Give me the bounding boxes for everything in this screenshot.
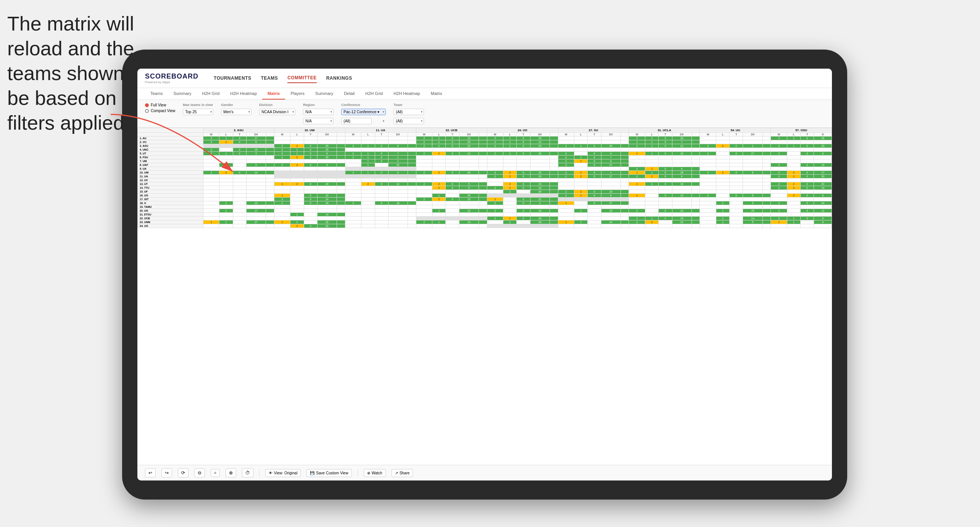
matrix-cell[interactable] bbox=[503, 159, 517, 163]
matrix-cell[interactable] bbox=[317, 217, 337, 220]
matrix-cell[interactable] bbox=[762, 171, 771, 175]
matrix-cell[interactable] bbox=[203, 217, 219, 220]
matrix-cell[interactable] bbox=[700, 209, 716, 213]
matrix-cell[interactable]: 0 bbox=[517, 175, 530, 178]
matrix-cell[interactable]: 20 bbox=[814, 182, 832, 186]
matrix-cell[interactable] bbox=[530, 167, 550, 171]
matrix-cell[interactable] bbox=[388, 140, 408, 144]
matrix-cell[interactable] bbox=[487, 205, 503, 209]
matrix-cell[interactable]: 1 bbox=[716, 220, 729, 224]
matrix-cell[interactable]: 2 bbox=[487, 152, 503, 156]
matrix-cell[interactable] bbox=[645, 201, 659, 205]
matrix-cell[interactable] bbox=[700, 190, 716, 194]
matrix-cell[interactable] bbox=[479, 163, 487, 167]
matrix-cell[interactable] bbox=[446, 213, 459, 217]
matrix-cell[interactable] bbox=[266, 213, 274, 217]
matrix-cell[interactable] bbox=[479, 217, 487, 220]
matrix-cell[interactable] bbox=[479, 205, 487, 209]
matrix-cell[interactable]: 1 bbox=[432, 140, 446, 144]
matrix-cell[interactable] bbox=[388, 167, 408, 171]
matrix-cell[interactable] bbox=[691, 201, 700, 205]
matrix-cell[interactable]: 1 bbox=[219, 201, 233, 205]
matrix-cell[interactable] bbox=[274, 167, 290, 171]
matrix-cell[interactable] bbox=[814, 167, 832, 171]
matrix-cell[interactable] bbox=[479, 201, 487, 205]
matrix-cell[interactable] bbox=[487, 190, 503, 194]
matrix-cell[interactable] bbox=[388, 148, 408, 152]
matrix-cell[interactable] bbox=[558, 209, 574, 213]
matrix-cell[interactable] bbox=[629, 159, 645, 163]
matrix-cell[interactable]: 2 bbox=[629, 140, 645, 144]
matrix-cell[interactable]: 2 bbox=[219, 140, 233, 144]
matrix-cell[interactable] bbox=[304, 209, 317, 213]
matrix-cell[interactable] bbox=[787, 163, 800, 167]
matrix-cell[interactable] bbox=[517, 148, 530, 152]
matrix-cell[interactable]: 29 bbox=[459, 194, 479, 198]
matrix-cell[interactable] bbox=[558, 217, 574, 220]
matrix-cell[interactable] bbox=[304, 186, 317, 190]
matrix-cell[interactable] bbox=[219, 213, 233, 217]
matrix-cell[interactable]: 0 bbox=[304, 163, 317, 167]
matrix-cell[interactable] bbox=[550, 220, 558, 224]
matrix-cell[interactable] bbox=[304, 159, 317, 163]
matrix-cell[interactable]: 5 bbox=[388, 171, 408, 175]
matrix-cell[interactable] bbox=[629, 213, 645, 217]
matrix-cell[interactable] bbox=[408, 194, 416, 198]
matrix-cell[interactable] bbox=[730, 217, 743, 220]
matrix-cell[interactable] bbox=[691, 205, 700, 209]
matrix-cell[interactable]: 0 bbox=[588, 190, 601, 194]
matrix-cell[interactable]: 0 bbox=[446, 186, 459, 190]
matrix-cell[interactable] bbox=[574, 167, 588, 171]
matrix-cell[interactable] bbox=[233, 194, 246, 198]
matrix-cell[interactable]: 2 bbox=[274, 156, 290, 159]
matrix-cell[interactable] bbox=[814, 178, 832, 182]
matrix-cell[interactable] bbox=[558, 224, 574, 228]
matrix-cell[interactable]: 2 bbox=[787, 175, 800, 178]
matrix-cell[interactable] bbox=[550, 198, 558, 201]
matrix-cell[interactable] bbox=[246, 194, 266, 198]
matrix-cell[interactable] bbox=[574, 224, 588, 228]
matrix-cell[interactable] bbox=[337, 217, 345, 220]
matrix-cell[interactable] bbox=[716, 163, 729, 167]
matrix-cell[interactable]: 0 bbox=[375, 171, 388, 175]
matrix-cell[interactable]: 19 bbox=[672, 217, 691, 220]
matrix-cell[interactable] bbox=[621, 201, 629, 205]
matrix-cell[interactable] bbox=[621, 159, 629, 163]
matrix-cell[interactable] bbox=[345, 220, 361, 224]
matrix-cell[interactable] bbox=[700, 140, 716, 144]
matrix-cell[interactable] bbox=[814, 190, 832, 194]
matrix-cell[interactable] bbox=[337, 152, 345, 156]
matrix-cell[interactable] bbox=[716, 182, 729, 186]
sub-tab-summary2[interactable]: Summary bbox=[310, 88, 338, 100]
matrix-cell[interactable] bbox=[345, 217, 361, 220]
matrix-cell[interactable]: 1 bbox=[574, 209, 588, 213]
matrix-cell[interactable]: 0 bbox=[375, 152, 388, 156]
matrix-cell[interactable]: 2 bbox=[503, 171, 517, 175]
division-select[interactable]: NCAA Division I bbox=[259, 109, 295, 115]
matrix-cell[interactable] bbox=[730, 198, 743, 201]
matrix-cell[interactable] bbox=[487, 194, 503, 198]
matrix-cell[interactable] bbox=[771, 213, 787, 217]
matrix-cell[interactable] bbox=[574, 182, 588, 186]
sub-tab-h2h-heatmap[interactable]: H2H Heatmap bbox=[225, 88, 262, 100]
matrix-cell[interactable] bbox=[274, 178, 290, 182]
matrix-cell[interactable] bbox=[345, 159, 361, 163]
matrix-cell[interactable]: 5 bbox=[246, 163, 266, 167]
matrix-cell[interactable] bbox=[416, 209, 432, 213]
matrix-cell[interactable] bbox=[345, 198, 361, 201]
matrix-cell[interactable]: 1 bbox=[361, 156, 375, 159]
matrix-cell[interactable]: 1 bbox=[219, 137, 233, 140]
matrix-cell[interactable]: 2 bbox=[629, 144, 645, 148]
matrix-cell[interactable] bbox=[432, 224, 446, 228]
matrix-cell[interactable]: 17 bbox=[246, 209, 266, 213]
matrix-cell[interactable] bbox=[317, 159, 337, 163]
matrix-cell[interactable] bbox=[700, 148, 716, 152]
matrix-cell[interactable]: 2 bbox=[787, 171, 800, 175]
matrix-cell[interactable]: 2 bbox=[771, 217, 787, 220]
nav-committee[interactable]: COMMITTEE bbox=[287, 73, 317, 83]
matrix-cell[interactable] bbox=[700, 205, 716, 209]
matrix-cell[interactable] bbox=[219, 178, 233, 182]
matrix-cell[interactable] bbox=[691, 178, 700, 182]
matrix-cell[interactable] bbox=[487, 156, 503, 159]
matrix-cell[interactable]: 10 bbox=[459, 137, 479, 140]
